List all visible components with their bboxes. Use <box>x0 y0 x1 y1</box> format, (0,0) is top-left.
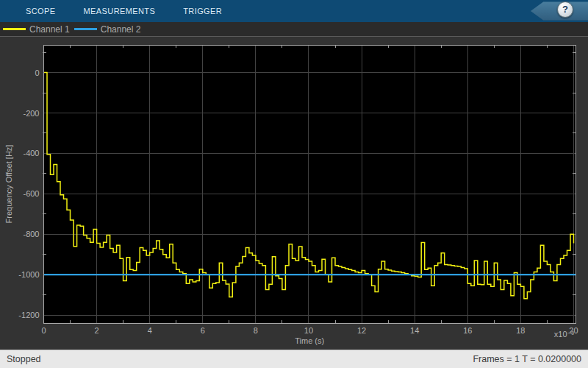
tab-scope[interactable]: SCOPE <box>26 0 56 22</box>
svg-text:-200: -200 <box>23 109 39 118</box>
legend-item-channel-2[interactable]: Channel 2 <box>74 24 141 35</box>
legend-label-channel-2: Channel 2 <box>101 24 141 35</box>
x-axis-label: Time (s) <box>295 336 324 345</box>
svg-text:16: 16 <box>463 326 472 335</box>
legend-label-channel-1: Channel 1 <box>29 24 70 35</box>
svg-text:-400: -400 <box>23 149 39 158</box>
svg-text:6: 6 <box>201 326 205 335</box>
axes-background[interactable] <box>44 45 576 323</box>
plot-canvas[interactable]: 0-200-400-600-800-1000-12000246810121416… <box>0 37 588 350</box>
x-axis-multiplier: x10⁻³ <box>554 330 575 339</box>
svg-text:-1200: -1200 <box>18 311 39 319</box>
svg-text:18: 18 <box>516 326 525 335</box>
tab-measurements[interactable]: MEASUREMENTS <box>84 0 156 22</box>
svg-text:-800: -800 <box>23 230 39 238</box>
frequency-offset-plot[interactable]: 0-200-400-600-800-1000-12000246810121416… <box>0 37 588 350</box>
svg-text:14: 14 <box>410 326 419 335</box>
frames-info: Frames = 1 T = 0.0200000 <box>473 354 581 364</box>
time-scope-window: SCOPE MEASUREMENTS TRIGGER ? Channel 1 C… <box>0 0 588 368</box>
svg-text:10: 10 <box>304 326 313 335</box>
status-bar: Stopped Frames = 1 T = 0.0200000 <box>0 350 588 368</box>
svg-text:0: 0 <box>35 68 39 77</box>
help-button[interactable]: ? <box>557 1 573 18</box>
svg-text:0: 0 <box>41 326 46 335</box>
channel-2-line-icon <box>74 28 97 30</box>
svg-text:4: 4 <box>148 326 152 335</box>
svg-text:12: 12 <box>357 326 366 335</box>
legend-bar: Channel 1 Channel 2 <box>0 22 588 37</box>
tab-trigger[interactable]: TRIGGER <box>183 0 222 22</box>
svg-text:-1000: -1000 <box>18 270 39 279</box>
toolstrip: SCOPE MEASUREMENTS TRIGGER ? <box>0 0 588 22</box>
channel-1-line-icon <box>3 28 26 30</box>
svg-text:8: 8 <box>254 326 258 335</box>
y-axis-label: Frequency Offset [Hz] <box>4 145 13 224</box>
legend-item-channel-1[interactable]: Channel 1 <box>3 24 70 35</box>
status-text: Stopped <box>7 354 41 364</box>
svg-text:-600: -600 <box>23 189 39 198</box>
svg-text:2: 2 <box>95 326 99 335</box>
